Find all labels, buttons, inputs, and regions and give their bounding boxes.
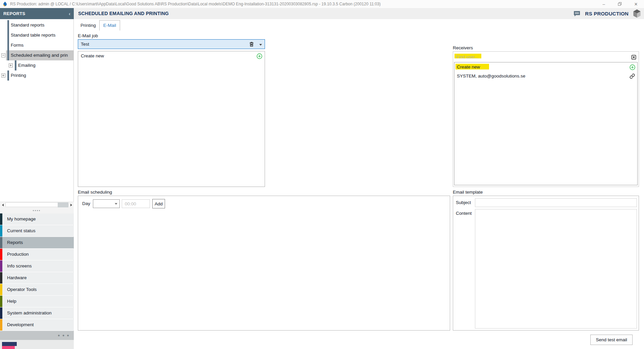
- receiver-item-create-new[interactable]: Create new: [454, 62, 637, 71]
- email-job-label: E-Mail job: [78, 33, 98, 38]
- nav-item-reports[interactable]: Reports: [0, 237, 74, 248]
- tree-item-scheduled-emailing[interactable]: Scheduled emailing and prin: [0, 50, 74, 60]
- tree-item-emailing[interactable]: Emailing: [0, 60, 74, 70]
- tree-guide-bar: [15, 60, 16, 70]
- tree-item-printing[interactable]: Printing: [0, 70, 74, 81]
- brand-flag-pink: [2, 346, 15, 349]
- panel-splitter[interactable]: [0, 207, 74, 213]
- nav-item-operator-tools[interactable]: Operator Tools: [0, 284, 74, 295]
- expand-node-icon[interactable]: [1, 73, 5, 78]
- create-new-label: Create new: [81, 51, 104, 61]
- add-receiver-button[interactable]: [629, 64, 635, 70]
- page-title: SCHEDULED EMAILING AND PRINTING: [78, 8, 169, 19]
- subject-input[interactable]: [475, 198, 637, 207]
- window-title: RS Production: admin @ LOCAL / C:\Users\…: [10, 0, 381, 8]
- sidebar-title: REPORTS: [3, 8, 25, 19]
- expand-node-icon[interactable]: [9, 63, 13, 67]
- feedback-chat-icon[interactable]: [573, 10, 581, 17]
- create-new-label: Create new: [457, 62, 480, 71]
- add-circle-icon: [630, 64, 635, 70]
- clear-search-button[interactable]: [631, 54, 636, 60]
- nav-item-info-screens[interactable]: Info screens: [0, 260, 74, 272]
- splitter-grip-icon: [37, 210, 38, 211]
- restore-button[interactable]: [612, 0, 628, 8]
- brand-flag-navy: [2, 342, 17, 346]
- receiver-user-label: SYSTEM, auto@goodsolutions.se: [457, 71, 525, 81]
- receivers-list: Create new SYSTEM, auto@goodsolutions.se: [454, 62, 638, 185]
- nav-item-hardware[interactable]: Hardware: [0, 272, 74, 284]
- time-input[interactable]: [122, 199, 150, 208]
- overflow-dots-icon: ● ● ●: [58, 331, 70, 340]
- scrollbar-thumb[interactable]: [58, 202, 68, 207]
- sidebar: REPORTS ‹ Standard reports Standard tabl…: [0, 8, 74, 349]
- nav-item-help[interactable]: Help: [0, 296, 74, 307]
- add-job-button[interactable]: [256, 53, 262, 59]
- nav-overflow-button[interactable]: ● ● ●: [0, 331, 74, 340]
- tree-item-label: Standard table reports: [11, 30, 56, 40]
- delete-job-button[interactable]: [248, 41, 255, 48]
- tab-printing[interactable]: Printing: [78, 21, 98, 30]
- receivers-panel: Find user... Create new SYSTEM, auto@goo…: [453, 51, 639, 187]
- content-label: Content: [456, 209, 472, 218]
- tree-guide-bar: [7, 30, 9, 40]
- module-nav: My homepage Current status Reports Produ…: [0, 213, 74, 331]
- combo-dropdown-button[interactable]: [259, 43, 263, 46]
- nav-item-system-administration[interactable]: System administration: [0, 307, 74, 319]
- find-user-placeholder: Find user...: [456, 52, 478, 62]
- chevron-down-icon: [115, 203, 117, 205]
- tree-guide-bar: [7, 50, 9, 60]
- brand-name: RS PRODUCTION: [585, 11, 629, 16]
- email-scheduling-label: Email scheduling: [78, 190, 112, 195]
- nav-item-development[interactable]: Development: [0, 319, 74, 331]
- tab-email[interactable]: E-Mail: [99, 20, 120, 31]
- day-label: Day: [82, 199, 90, 208]
- nav-item-my-homepage[interactable]: My homepage: [0, 213, 74, 225]
- receiver-item-system-user[interactable]: SYSTEM, auto@goodsolutions.se: [454, 71, 637, 81]
- add-circle-icon: [257, 53, 262, 59]
- tree-item-label: Standard reports: [11, 20, 45, 30]
- brand-cube-logo: [633, 9, 641, 18]
- job-list-item-create-new[interactable]: Create new: [78, 51, 265, 61]
- tree-guide-bar: [7, 70, 9, 81]
- window-titlebar: RS Production: admin @ LOCAL / C:\Users\…: [0, 0, 644, 8]
- app-icon: [2, 1, 8, 7]
- email-job-selected-value: Test: [81, 40, 89, 49]
- email-template-label: Email template: [453, 190, 483, 195]
- tree-item-label: Emailing: [18, 60, 36, 70]
- tree-item-label: Forms: [11, 40, 23, 50]
- chevron-down-icon: [259, 44, 262, 46]
- link-icon: [630, 73, 635, 79]
- email-template-panel: Subject Content: [453, 196, 639, 331]
- email-job-combobox[interactable]: Test: [78, 39, 265, 49]
- close-button[interactable]: ✕: [628, 0, 644, 8]
- link-receiver-button[interactable]: [629, 73, 635, 79]
- nav-item-current-status[interactable]: Current status: [0, 225, 74, 237]
- tree-guide-bar: [7, 20, 9, 30]
- scroll-right-arrow[interactable]: [68, 202, 74, 208]
- day-select[interactable]: [93, 199, 120, 208]
- collapse-sidebar-icon[interactable]: ‹: [69, 8, 70, 19]
- tree-horizontal-scrollbar[interactable]: [0, 202, 74, 207]
- email-job-list: Create new: [78, 51, 265, 187]
- tree-item-label: Printing: [11, 70, 26, 81]
- add-schedule-button[interactable]: Add: [152, 199, 165, 208]
- page-header: SCHEDULED EMAILING AND PRINTING RS PRODU…: [74, 8, 644, 19]
- receivers-label: Receivers: [453, 45, 473, 50]
- tree-item-label: Scheduled emailing and prin: [11, 50, 68, 60]
- restore-icon: [618, 2, 622, 6]
- scroll-left-arrow[interactable]: [0, 202, 5, 208]
- collapse-node-icon[interactable]: [1, 53, 5, 57]
- clear-box-icon: [631, 55, 636, 60]
- find-user-input[interactable]: Find user...: [453, 52, 639, 62]
- email-scheduling-panel: Day Add: [78, 196, 450, 331]
- sidebar-footer: [0, 340, 74, 349]
- nav-item-production[interactable]: Production: [0, 249, 74, 260]
- minimize-button[interactable]: –: [596, 0, 612, 8]
- content-textarea[interactable]: [475, 209, 637, 329]
- close-icon: ✕: [634, 2, 638, 7]
- tree-item-forms[interactable]: Forms: [0, 40, 74, 50]
- tree-item-standard-reports[interactable]: Standard reports: [0, 20, 74, 30]
- tree-item-standard-table-reports[interactable]: Standard table reports: [0, 30, 74, 40]
- send-test-email-button[interactable]: Send test email: [590, 335, 633, 345]
- subject-label: Subject: [456, 198, 471, 207]
